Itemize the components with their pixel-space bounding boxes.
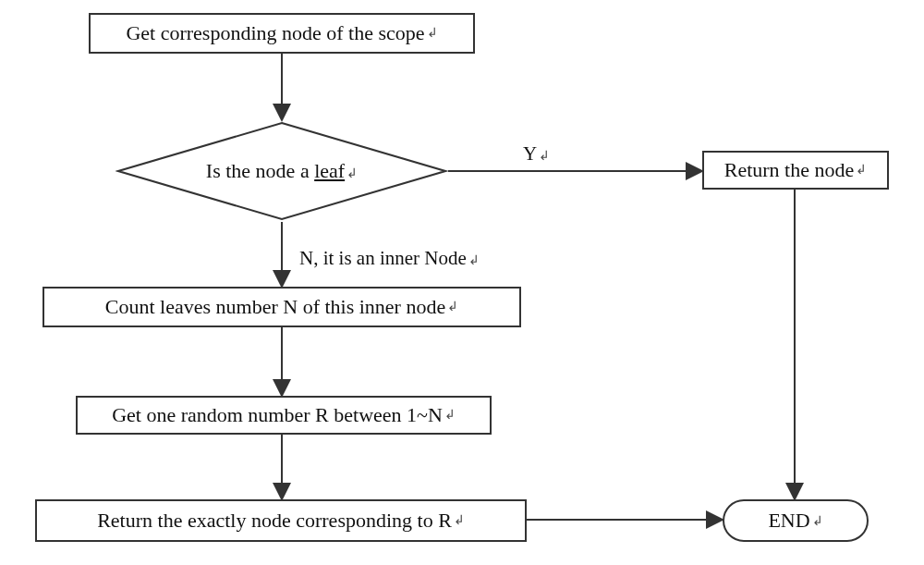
node-count-text: Count leaves number N of this inner node (105, 295, 445, 319)
node-random-text: Get one random number R between 1~N (112, 403, 443, 427)
edge-label-no: N, it is an inner Node↲ (299, 247, 480, 270)
node-start: Get corresponding node of the scope ↲ (89, 13, 475, 54)
line-end-marker-icon: ↲ (444, 408, 456, 424)
node-decision: Is the node a leaf↲ (116, 120, 448, 222)
node-return-r: Return the exactly node corresponding to… (35, 499, 527, 542)
node-decision-text-leaf: leaf (314, 159, 345, 182)
line-end-marker-icon: ↲ (427, 26, 438, 42)
node-return-node-text: Return the node (724, 158, 855, 182)
node-random: Get one random number R between 1~N ↲ (76, 396, 492, 435)
node-return-node: Return the node ↲ (702, 151, 889, 190)
node-end-text: END (768, 509, 809, 533)
node-decision-text-pre: Is the node a (206, 159, 314, 182)
line-end-marker-icon: ↲ (447, 300, 458, 315)
node-start-text: Get corresponding node of the scope (126, 21, 424, 45)
node-return-r-text: Return the exactly node corresponding to… (97, 509, 452, 533)
line-end-marker-icon: ↲ (812, 513, 823, 529)
edge-label-yes: Y↲ (523, 142, 550, 166)
node-end: END ↲ (723, 499, 869, 542)
line-end-marker-icon: ↲ (346, 166, 358, 180)
flowchart-canvas: Get corresponding node of the scope ↲ Is… (0, 0, 924, 565)
node-count: Count leaves number N of this inner node… (43, 287, 521, 327)
line-end-marker-icon: ↲ (454, 513, 465, 529)
connectors-layer (0, 0, 924, 565)
line-end-marker-icon: ↲ (856, 163, 867, 178)
